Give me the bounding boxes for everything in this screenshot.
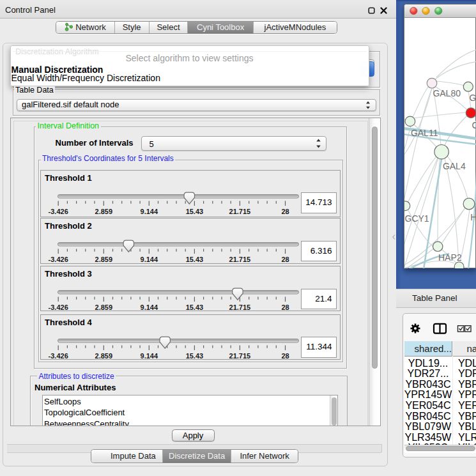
svg-text:GAL11: GAL11 [410, 127, 438, 137]
svg-text:GAL4: GAL4 [442, 161, 465, 171]
svg-text:C: C [472, 119, 476, 130]
svg-text:GCY1: GCY1 [404, 213, 429, 223]
svg-text:GA: GA [469, 93, 476, 103]
svg-text:HAP2: HAP2 [438, 252, 462, 262]
svg-text:H: H [470, 212, 476, 222]
svg-text:GAL80: GAL80 [433, 88, 461, 98]
